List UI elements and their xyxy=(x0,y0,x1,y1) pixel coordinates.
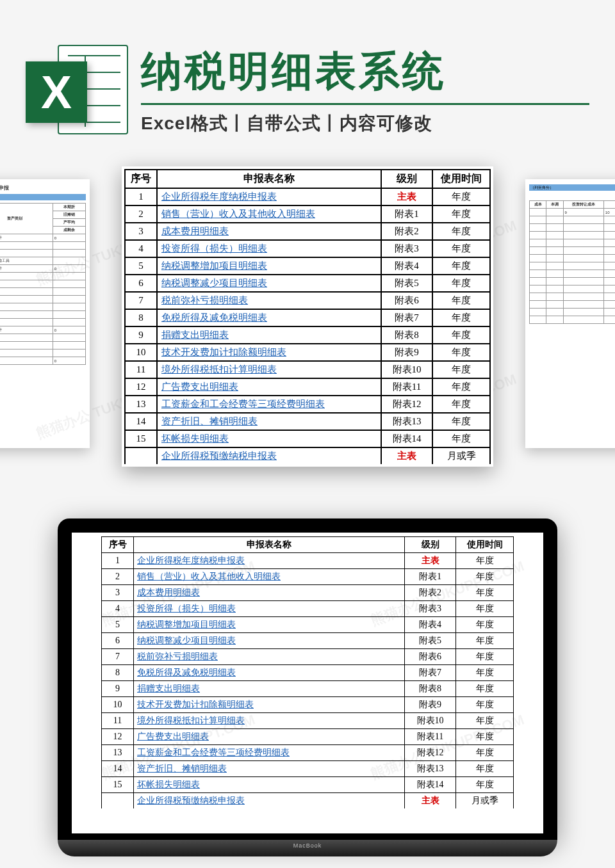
cell-time: 年度 xyxy=(432,188,490,205)
cell-time: 年度 xyxy=(432,344,490,361)
cell-seq: 7 xyxy=(125,292,157,309)
th-name: 申报表名称 xyxy=(157,170,381,188)
cell-seq: 9 xyxy=(125,326,157,344)
report-link[interactable]: 销售（营业）收入及其他收入明细表 xyxy=(137,572,281,581)
right-row xyxy=(530,301,616,309)
left-row: 17合计0 xyxy=(0,357,86,365)
cell-name: 纳税调整减少项目明细表 xyxy=(134,633,405,649)
table-row: 3成本费用明细表附表2年度 xyxy=(125,223,490,240)
cell-level: 附表8 xyxy=(405,681,456,697)
cell-name: 资产折旧、摊销明细表 xyxy=(157,413,381,430)
report-link[interactable]: 企业所得税年度纳税申报表 xyxy=(161,191,277,202)
report-link[interactable]: 纳税调整增加项目明细表 xyxy=(161,261,267,271)
table-row: 15坏帐损失明细表附表14年度 xyxy=(125,430,490,447)
report-link[interactable]: 免税所得及减免税明细表 xyxy=(161,312,267,323)
cell-level: 附表4 xyxy=(381,257,432,275)
cell-level: 主表 xyxy=(381,447,432,464)
report-link[interactable]: 工资薪金和工会经费等三项经费明细表 xyxy=(161,399,325,409)
left-row: 12其他 xyxy=(0,319,86,326)
table-row: 企业所得税预缴纳税申报表主表月或季 xyxy=(125,447,490,464)
report-link[interactable]: 境外所得税抵扣计算明细表 xyxy=(137,716,245,725)
report-link[interactable]: 纳税调整减少项目明细表 xyxy=(137,636,236,645)
cell-time: 年度 xyxy=(432,223,490,240)
report-link[interactable]: 免税所得及减免税明细表 xyxy=(137,668,236,677)
cell-name: 投资所得（损失）明细表 xyxy=(134,601,405,617)
table-row: 14资产折旧、摊销明细表附表13年度 xyxy=(125,413,490,430)
table-row: 10技术开发费加计扣除额明细表附表9年度 xyxy=(125,344,490,361)
cell-time: 年度 xyxy=(432,240,490,257)
th-seq: 序号 xyxy=(125,170,157,188)
cell-name: 企业所得税年度纳税申报表 xyxy=(134,553,405,569)
cell-level: 附表3 xyxy=(381,240,432,257)
cell-level: 附表1 xyxy=(381,205,432,223)
report-link[interactable]: 技术开发费加计扣除额明细表 xyxy=(161,347,286,357)
cell-time: 年度 xyxy=(456,665,514,681)
report-link[interactable]: 成本费用明细表 xyxy=(161,226,229,236)
report-link[interactable]: 境外所得税抵扣计算明细表 xyxy=(161,364,277,374)
cell-time: 年度 xyxy=(432,309,490,326)
cell-seq: 2 xyxy=(125,205,157,223)
cell-seq: 6 xyxy=(102,633,134,649)
main-table-laptop: 序号 申报表名称 级别 使用时间 1企业所得税年度纳税申报表主表年度2销售（营业… xyxy=(101,536,514,808)
report-link[interactable]: 成本费用明细表 xyxy=(137,588,200,597)
report-link[interactable]: 资产折旧、摊销明细表 xyxy=(161,416,258,426)
cell-seq: 11 xyxy=(125,361,157,378)
table-row: 4投资所得（损失）明细表附表3年度 xyxy=(125,240,490,257)
table-row: 11境外所得税抵扣计算明细表附表10年度 xyxy=(125,361,490,378)
cell-level: 附表10 xyxy=(381,361,432,378)
report-link[interactable]: 技术开发费加计扣除额明细表 xyxy=(137,700,254,709)
main-title: 纳税明细表系统 xyxy=(141,44,589,99)
report-link[interactable]: 纳税调整减少项目明细表 xyxy=(161,278,267,288)
report-link[interactable]: 坏帐损失明细表 xyxy=(137,780,200,789)
preview-collage: 企业所得税年度纳税申报 行次 资产类别 本期折 旧摊销 产平均 成剩余 1固定资… xyxy=(0,166,615,474)
report-link[interactable]: 捐赠支出明细表 xyxy=(137,684,200,693)
report-link[interactable]: 投资所得（损失）明细表 xyxy=(137,604,236,613)
report-link[interactable]: 投资所得（损失）明细表 xyxy=(161,243,267,253)
cell-name: 资产折旧、摊销明细表 xyxy=(134,761,405,777)
report-link[interactable]: 企业所得税预缴纳税申报表 xyxy=(161,451,277,461)
cell-seq: 3 xyxy=(102,585,134,601)
cell-seq: 11 xyxy=(102,713,134,729)
laptop-mockup: 序号 申报表名称 级别 使用时间 1企业所得税年度纳税申报表主表年度2销售（营业… xyxy=(0,518,615,868)
right-row xyxy=(530,255,616,262)
cell-name: 坏帐损失明细表 xyxy=(157,430,381,447)
cell-name: 技术开发费加计扣除额明细表 xyxy=(134,697,405,713)
table-row: 1企业所得税年度纳税申报表主表年度 xyxy=(125,188,490,205)
report-link[interactable]: 企业所得税预缴纳税申报表 xyxy=(137,796,245,805)
report-link[interactable]: 纳税调整增加项目明细表 xyxy=(137,620,236,629)
report-link[interactable]: 销售（营业）收入及其他收入明细表 xyxy=(161,209,315,219)
bg-sheet-right: （列至角分） 损失(处置收益) 成本本调投资转让成本投资转让所得或损失 910 … xyxy=(525,179,615,448)
right-row xyxy=(530,278,616,285)
left-row: 9著作权 xyxy=(0,296,86,303)
cell-seq: 1 xyxy=(125,188,157,205)
left-row: 16其他 xyxy=(0,350,86,357)
table-row: 4投资所得（损失）明细表附表3年度 xyxy=(102,601,514,617)
report-link[interactable]: 捐赠支出明细表 xyxy=(161,330,229,340)
right-row xyxy=(530,232,616,239)
report-link[interactable]: 广告费支出明细表 xyxy=(161,382,238,392)
cell-level: 附表11 xyxy=(405,729,456,745)
report-link[interactable]: 税前弥补亏损明细表 xyxy=(137,652,218,661)
cell-seq: 5 xyxy=(102,617,134,633)
report-link[interactable]: 坏帐损失明细表 xyxy=(161,433,229,444)
cell-name: 捐赠支出明细表 xyxy=(134,681,405,697)
th-seq: 序号 xyxy=(102,537,134,553)
right-row xyxy=(530,262,616,270)
report-link[interactable]: 企业所得税年度纳税申报表 xyxy=(137,556,245,565)
laptop-base xyxy=(58,840,557,856)
left-row: 3机器设备 xyxy=(0,250,86,257)
table-row: 9捐赠支出明细表附表8年度 xyxy=(102,681,514,697)
report-link[interactable]: 广告费支出明细表 xyxy=(137,732,209,741)
cell-name: 企业所得税预缴纳税申报表 xyxy=(134,793,405,809)
right-row xyxy=(530,270,616,278)
table-row: 1企业所得税年度纳税申报表主表年度 xyxy=(102,553,514,569)
report-link[interactable]: 税前弥补亏损明细表 xyxy=(161,295,248,305)
right-row xyxy=(530,216,616,224)
cell-name: 成本费用明细表 xyxy=(134,585,405,601)
cell-name: 纳税调整增加项目明细表 xyxy=(134,617,405,633)
report-link[interactable]: 工资薪金和工会经费等三项经费明细表 xyxy=(137,748,290,757)
cell-seq: 7 xyxy=(102,649,134,665)
cell-level: 附表14 xyxy=(381,430,432,447)
left-row: 15长期待摊费 xyxy=(0,342,86,350)
report-link[interactable]: 资产折旧、摊销明细表 xyxy=(137,764,227,773)
